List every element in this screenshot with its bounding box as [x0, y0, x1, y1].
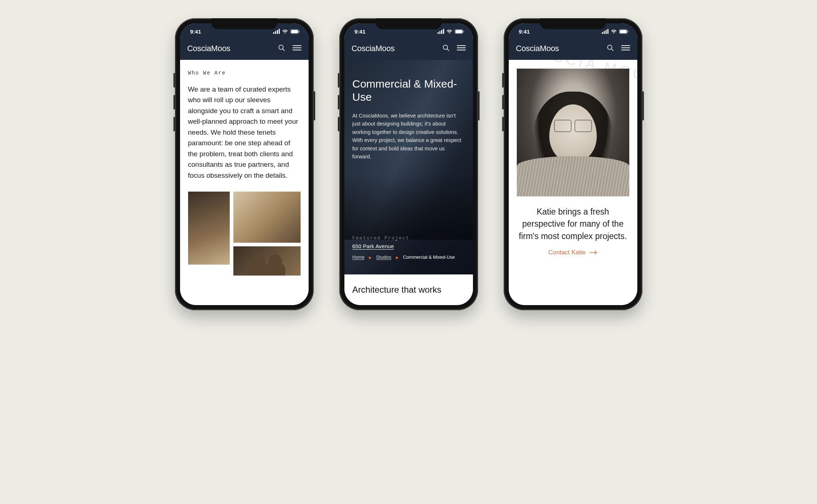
about-body-text: We are a team of curated experts who wil… — [188, 84, 301, 181]
wifi-icon — [282, 29, 288, 34]
header-actions — [607, 44, 630, 53]
about-image-grid — [188, 192, 301, 276]
phone-notch — [376, 18, 442, 29]
breadcrumb-studios[interactable]: Studios — [376, 255, 392, 260]
svg-line-4 — [283, 49, 285, 51]
featured-project-link[interactable]: 650 Park Avenue — [352, 243, 394, 249]
wifi-icon — [611, 29, 617, 34]
bio-page: OSCIA MOQ Katie brings a fresh perspecti… — [509, 60, 637, 305]
brand-logo[interactable]: CosciaMoos — [516, 44, 559, 53]
chevron-right-icon: ▶ — [396, 255, 399, 259]
about-image-3 — [233, 246, 300, 276]
bio-summary: Katie brings a fresh perspective for man… — [517, 196, 629, 249]
featured-project: Featured Project 650 Park Avenue Home ▶ … — [352, 235, 465, 269]
app-header: CosciaMoos — [344, 39, 473, 60]
arrow-right-icon — [589, 250, 598, 255]
contact-link-label: Contact Katie — [548, 249, 585, 256]
svg-rect-10 — [463, 31, 464, 32]
status-time: 9:41 — [190, 28, 201, 35]
featured-label: Featured Project — [352, 235, 465, 241]
app-header: CosciaMoos — [509, 39, 637, 60]
svg-rect-17 — [620, 30, 627, 33]
hero-section: Commercial & Mixed-Use At CosciaMoos, we… — [344, 60, 473, 274]
phone-mockup-2: 9:41 CosciaMoos — [339, 18, 478, 310]
battery-icon — [290, 29, 300, 34]
phone-mockup-3: 9:41 CosciaMoos — [504, 18, 642, 310]
phone-screen: 9:41 CosciaMoos — [180, 23, 309, 305]
battery-icon — [455, 29, 464, 34]
svg-rect-1 — [291, 30, 298, 33]
header-actions — [442, 44, 466, 53]
status-icons — [438, 29, 464, 34]
menu-icon[interactable] — [293, 45, 301, 52]
hero-body-text: At CosciaMoos, we believe architecture i… — [352, 112, 465, 161]
header-actions — [278, 44, 301, 53]
about-page: Who We Are We are a team of curated expe… — [180, 60, 309, 305]
app-header: CosciaMoos — [180, 39, 309, 60]
svg-line-20 — [611, 49, 613, 51]
brand-logo[interactable]: CosciaMoos — [352, 44, 395, 53]
bio-portrait — [517, 69, 629, 196]
svg-rect-2 — [299, 31, 299, 32]
status-time: 9:41 — [355, 28, 366, 35]
search-icon[interactable] — [607, 44, 614, 53]
section-eyebrow: Who We Are — [188, 70, 301, 76]
phone-mockup-1: 9:41 CosciaMoos — [175, 18, 314, 310]
search-icon[interactable] — [278, 44, 285, 53]
page-title: Commercial & Mixed-Use — [352, 77, 465, 104]
battery-icon — [619, 29, 629, 34]
phone-notch — [540, 18, 606, 29]
phone-screen: 9:41 CosciaMoos — [509, 23, 637, 305]
wifi-icon — [446, 29, 453, 34]
status-time: 9:41 — [519, 28, 530, 35]
menu-icon[interactable] — [457, 45, 466, 52]
status-icons — [273, 29, 300, 34]
section-heading: Architecture that works — [344, 274, 473, 305]
about-image-2 — [233, 192, 300, 243]
brand-logo[interactable]: CosciaMoos — [187, 44, 230, 53]
chevron-right-icon: ▶ — [369, 255, 372, 259]
svg-rect-18 — [627, 31, 628, 32]
signal-icon — [602, 29, 608, 34]
phone-notch — [211, 18, 277, 29]
breadcrumb: Home ▶ Studios ▶ Commercial & Mixed-Use — [352, 250, 465, 262]
status-icons — [602, 29, 629, 34]
breadcrumb-current: Commercial & Mixed-Use — [403, 255, 455, 260]
svg-line-12 — [447, 49, 449, 51]
phone-screen: 9:41 CosciaMoos — [344, 23, 473, 305]
signal-icon — [273, 29, 280, 34]
search-icon[interactable] — [442, 44, 450, 53]
svg-rect-9 — [455, 30, 462, 33]
studio-page: Commercial & Mixed-Use At CosciaMoos, we… — [344, 60, 473, 305]
breadcrumb-home[interactable]: Home — [352, 255, 364, 260]
contact-link[interactable]: Contact Katie — [548, 249, 597, 256]
about-image-1 — [188, 192, 230, 265]
menu-icon[interactable] — [621, 45, 630, 52]
signal-icon — [438, 29, 444, 34]
